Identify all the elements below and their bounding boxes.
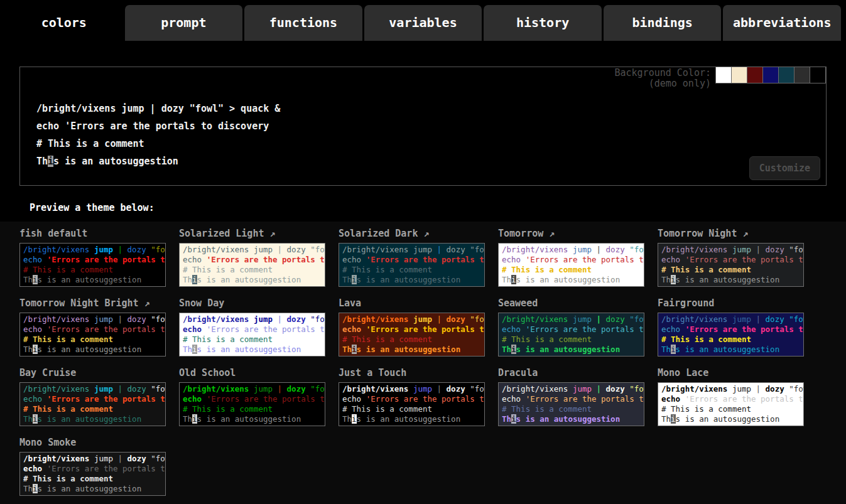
token-error: 'Errors are the portals to discovery [47,394,165,404]
token-autosuggest: Th [661,414,671,424]
theme-preview-box[interactable]: /bright/vixens jump | dozy "fowl" > quac… [339,382,485,426]
theme-card[interactable]: Bay Cruise /bright/vixens jump | dozy "f… [19,367,166,426]
theme-preview-box[interactable]: /bright/vixens jump | dozy "fowl" > quac… [498,382,644,426]
theme-code-line-3: # This is a comment [502,335,644,345]
theme-title[interactable]: Just a Touch [339,367,485,378]
tab-abbreviations[interactable]: abbreviations [723,5,841,41]
token-param: jump [732,245,751,254]
token-error: 'Errors are the portals to discovery [526,255,644,264]
token-path: /bright/vixens [23,384,89,394]
theme-title[interactable]: Seaweed [498,298,644,309]
theme-card[interactable]: Dracula /bright/vixens jump | dozy "fowl… [498,367,644,426]
token-cmd2: dozy [127,454,146,463]
theme-card[interactable]: Tomorrow ↗ /bright/vixens jump | dozy "f… [498,228,644,287]
theme-card[interactable]: Solarized Light ↗ /bright/vixens jump | … [179,228,325,287]
theme-preview-box[interactable]: /bright/vixens jump | dozy "fowl" > quac… [19,313,166,357]
theme-title[interactable]: Solarized Dark ↗ [339,228,485,239]
theme-code-line-2: echo 'Errors are the portals to discover… [183,255,325,265]
background-color-labels: Background Color: (demo only) [614,60,711,89]
customize-button[interactable]: Customize [749,156,820,180]
token-quote: "fowl" > quack & [629,384,644,394]
theme-preview-box[interactable]: /bright/vixens jump | dozy "fowl" > quac… [658,382,804,426]
tab-bindings[interactable]: bindings [604,5,722,41]
theme-preview-box[interactable]: /bright/vixens jump | dozy "fowl" > quac… [19,452,166,496]
theme-title[interactable]: Dracula [498,367,644,378]
token-autosuggest: s is an autosuggestion [357,345,461,354]
background-swatch-1[interactable] [731,67,747,83]
theme-title[interactable]: Solarized Light ↗ [179,228,325,239]
theme-preview-box[interactable]: /bright/vixens jump | dozy "fowl" > quac… [179,243,325,287]
theme-card[interactable]: fish default /bright/vixens jump | dozy … [19,228,166,287]
theme-preview-box[interactable]: /bright/vixens jump | dozy "fowl" > quac… [498,313,644,357]
theme-preview-box[interactable]: /bright/vixens jump | dozy "fowl" > quac… [339,243,485,287]
theme-preview-box[interactable]: /bright/vixens jump | dozy "fowl" > quac… [179,382,325,426]
theme-preview-box[interactable]: /bright/vixens jump | dozy "fowl" > quac… [19,382,166,426]
cursor-block: i [511,345,516,354]
theme-title[interactable]: Mono Lace [658,367,804,378]
tab-history[interactable]: history [484,5,602,41]
theme-code-line-4: This is an autosuggestion [183,345,325,355]
theme-title[interactable]: Tomorrow ↗ [498,228,644,239]
token-autosuggest: Th [23,345,33,354]
theme-title[interactable]: Tomorrow Night Bright ↗ [19,298,166,309]
theme-code-line-3: # This is a comment [342,335,484,345]
theme-card[interactable]: Snow Day /bright/vixens jump | dozy "fow… [179,298,325,357]
theme-card[interactable]: Tomorrow Night Bright ↗ /bright/vixens j… [19,298,166,357]
theme-code-line-1: /bright/vixens jump | dozy "fowl" > quac… [23,384,165,394]
token-param: jump [573,314,592,324]
token-autosuggest: Th [502,414,511,424]
background-swatch-0[interactable] [715,67,732,83]
theme-preview-box[interactable]: /bright/vixens jump | dozy "fowl" > quac… [498,243,644,287]
background-swatch-5[interactable] [794,67,810,83]
theme-card[interactable]: Old School /bright/vixens jump | dozy "f… [179,367,325,426]
theme-card[interactable]: Mono Lace /bright/vixens jump | dozy "fo… [658,367,804,426]
token-cmd2: dozy [606,314,625,324]
theme-card[interactable]: Lava /bright/vixens jump | dozy "fowl" >… [339,298,485,357]
token-pipe: | [278,245,283,254]
token-autosuggest: Th [23,414,33,424]
cursor-block: i [48,156,53,167]
tab-functions[interactable]: functions [244,5,362,41]
theme-preview-box[interactable]: /bright/vixens jump | dozy "fowl" > quac… [179,313,325,357]
theme-title[interactable]: fish default [19,228,166,239]
background-swatch-6[interactable] [810,67,826,83]
token-autosuggest: Th [183,414,192,424]
theme-card[interactable]: Seaweed /bright/vixens jump | dozy "fowl… [498,298,644,357]
theme-code-line-3: # This is a comment [23,265,165,275]
token-param: jump [254,314,273,324]
theme-card[interactable]: Mono Smoke /bright/vixens jump | dozy "f… [19,437,166,496]
token-cmd2: dozy [287,245,306,254]
tab-variables[interactable]: variables [364,5,482,41]
theme-title[interactable]: Tomorrow Night ↗ [658,228,804,239]
theme-preview-box[interactable]: /bright/vixens jump | dozy "fowl" > quac… [658,243,804,287]
theme-card[interactable]: Fairground /bright/vixens jump | dozy "f… [658,298,804,357]
tab-prompt[interactable]: prompt [125,5,243,41]
theme-code-line-3: # This is a comment [23,335,165,345]
theme-title[interactable]: Snow Day [179,298,325,309]
token-quote: "fowl" > quack & [470,384,484,394]
theme-code-line-3: # This is a comment [661,335,803,345]
theme-card[interactable]: Just a Touch /bright/vixens jump | dozy … [339,367,485,426]
theme-title[interactable]: Old School [179,367,325,378]
theme-title[interactable]: Lava [339,298,485,309]
token-cmd2: dozy [766,245,784,254]
token-path: /bright/vixens [342,245,408,254]
theme-code-line-1: /bright/vixens jump | dozy "fowl" > quac… [183,245,325,255]
theme-card[interactable]: Solarized Dark ↗ /bright/vixens jump | d… [339,228,485,287]
background-swatch-2[interactable] [747,67,763,83]
theme-title[interactable]: Fairground [658,298,804,309]
background-swatch-3[interactable] [762,67,779,83]
token-autosuggest: s is an autosuggestion [197,345,301,354]
token-cmd2: dozy [447,384,465,394]
token-param: jump [94,245,113,254]
theme-preview-box[interactable]: /bright/vixens jump | dozy "fowl" > quac… [339,313,485,357]
token-error: 'Errors are the portals to discovery [685,324,803,334]
theme-title[interactable]: Bay Cruise [19,367,166,378]
theme-title[interactable]: Mono Smoke [19,437,166,448]
theme-card[interactable]: Tomorrow Night ↗ /bright/vixens jump | d… [658,228,804,287]
background-swatch-4[interactable] [778,67,794,83]
theme-preview-box[interactable]: /bright/vixens jump | dozy "fowl" > quac… [19,243,166,287]
theme-code-line-3: # This is a comment [23,404,165,414]
theme-preview-box[interactable]: /bright/vixens jump | dozy "fowl" > quac… [658,313,804,357]
tab-colors[interactable]: colors [5,5,123,41]
